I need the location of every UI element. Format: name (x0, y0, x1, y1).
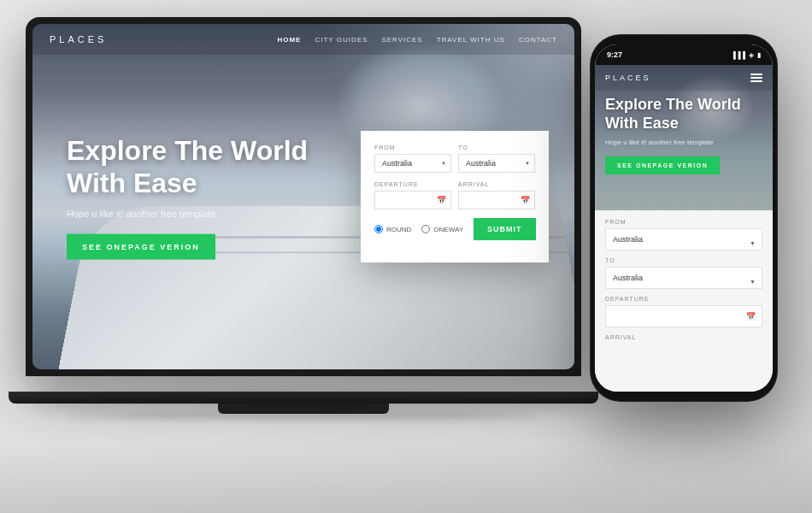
laptop-subtext: Hope u like it! another free template (67, 208, 308, 218)
phone-arrival-label: ARRIVAL (605, 334, 762, 340)
laptop-menu: HOME CITY GUIDES SERVICES TRAVEL WITH US… (277, 36, 557, 44)
nav-item-city-guides[interactable]: CITY GUIDES (315, 36, 368, 44)
to-label: TO (458, 144, 535, 150)
signal-icon: ▐▐▐ (731, 51, 745, 59)
phone-departure-wrapper: 📅 (605, 305, 762, 327)
phone-cta-button[interactable]: SEE ONEPAGE VERION (605, 156, 720, 174)
from-select[interactable]: Australia United States United Kingdom (374, 154, 451, 173)
battery-icon: ▮ (757, 51, 761, 59)
status-time: 9:27 (607, 50, 622, 59)
submit-button[interactable]: SUBMIT (474, 218, 536, 240)
laptop-body: PLACES HOME CITY GUIDES SERVICES TRAVEL … (26, 17, 581, 376)
hamburger-menu[interactable] (750, 74, 762, 82)
round-trip-label[interactable]: ROUND (374, 225, 411, 233)
nav-item-services[interactable]: SERVICES (381, 36, 422, 44)
arrival-input-wrapper: 📅 (458, 191, 535, 209)
scene-floor (0, 445, 812, 513)
phone: 9:27 ▐▐▐ ◈ ▮ PLACES (590, 34, 778, 402)
arrival-calendar-icon: 📅 (521, 196, 530, 204)
departure-input-wrapper: 📅 (374, 191, 451, 209)
oneway-radio[interactable] (421, 225, 430, 233)
laptop-headline: Explore The World With Ease (67, 134, 308, 200)
departure-label: DEPARTURE (374, 181, 451, 187)
laptop-booking-form: FROM Australia United States United King… (361, 131, 549, 262)
phone-subtext: Hope u like it! another free template (605, 138, 762, 147)
laptop: PLACES HOME CITY GUIDES SERVICES TRAVEL … (26, 17, 607, 428)
form-arrival-group: ARRIVAL 📅 (458, 181, 535, 209)
form-dates-row: DEPARTURE 📅 ARRIVAL 📅 (374, 181, 535, 209)
phone-to-wrapper: Australia United States (605, 267, 762, 296)
nav-item-contact[interactable]: CONTACT (519, 36, 557, 44)
phone-navbar: PLACES (595, 65, 773, 91)
phone-screen: 9:27 ▐▐▐ ◈ ▮ PLACES (595, 44, 773, 392)
form-departure-group: DEPARTURE 📅 (374, 181, 451, 209)
scene: PLACES HOME CITY GUIDES SERVICES TRAVEL … (0, 0, 812, 513)
phone-headline: Explore The World With Ease (605, 96, 762, 133)
nav-item-home[interactable]: HOME (277, 36, 301, 44)
form-to-group: TO Australia United States United Kingdo… (458, 144, 535, 173)
status-icons: ▐▐▐ ◈ ▮ (731, 51, 761, 59)
form-from-to-row: FROM Australia United States United King… (374, 144, 535, 173)
phone-departure-input[interactable] (605, 305, 762, 327)
phone-logo: PLACES (605, 74, 651, 82)
from-select-wrapper: Australia United States United Kingdom (374, 154, 451, 173)
to-select[interactable]: Australia United States United Kingdom (458, 154, 535, 173)
phone-from-label: FROM (605, 219, 762, 225)
phone-departure-label: DEPARTURE (605, 296, 762, 302)
laptop-hero: Explore The World With Ease Hope u like … (67, 134, 308, 260)
departure-calendar-icon: 📅 (437, 196, 446, 204)
form-from-group: FROM Australia United States United King… (374, 144, 451, 173)
phone-notch (658, 44, 709, 50)
laptop-screen: PLACES HOME CITY GUIDES SERVICES TRAVEL … (32, 24, 574, 369)
arrival-label: ARRIVAL (458, 181, 535, 187)
wifi-icon: ◈ (749, 51, 754, 59)
phone-booking-form: FROM Australia United States TO Australi… (595, 210, 773, 392)
laptop-shadow (26, 392, 598, 409)
laptop-cta-button[interactable]: SEE ONEPAGE VERION (67, 233, 215, 259)
phone-from-wrapper: Australia United States (605, 228, 762, 257)
phone-hero-text: Explore The World With Ease Hope u like … (595, 96, 773, 174)
oneway-label[interactable]: ONEWAY (421, 225, 463, 233)
to-select-wrapper: Australia United States United Kingdom (458, 154, 535, 173)
from-label: FROM (374, 144, 451, 150)
phone-departure-cal-icon: 📅 (746, 312, 756, 321)
round-trip-radio[interactable] (374, 225, 383, 233)
form-trip-type-row: ROUND ONEWAY SUBMIT (374, 218, 535, 240)
phone-to-label: TO (605, 257, 762, 263)
phone-from-select[interactable]: Australia United States (605, 228, 762, 251)
phone-to-select[interactable]: Australia United States (605, 267, 762, 289)
laptop-logo: PLACES (50, 34, 107, 44)
nav-item-travel[interactable]: TRAVEL WITH US (437, 36, 505, 44)
laptop-navbar: PLACES HOME CITY GUIDES SERVICES TRAVEL … (32, 24, 574, 55)
